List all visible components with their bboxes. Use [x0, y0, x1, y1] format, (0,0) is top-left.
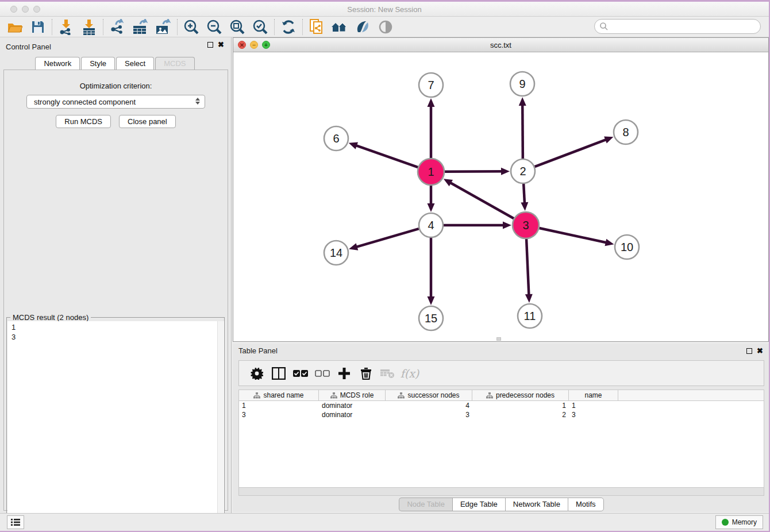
criterion-dropdown[interactable]: strongly connected component	[26, 95, 205, 109]
save-session-icon[interactable]	[26, 18, 49, 36]
zoom-in-icon[interactable]	[180, 18, 203, 36]
graph-node-3[interactable]: 3	[513, 212, 539, 238]
tab-select[interactable]: Select	[116, 57, 154, 70]
float-panel-icon[interactable]	[207, 42, 213, 48]
graph-edge-2-9[interactable]	[522, 102, 523, 159]
close-panel-button[interactable]: Close panel	[119, 115, 176, 128]
hierarchy-icon	[486, 392, 493, 399]
cell-predecessor-nodes[interactable]: 2	[472, 410, 569, 419]
graph-edge-1-6[interactable]	[353, 145, 418, 167]
graph-node-2[interactable]: 2	[511, 159, 535, 183]
apply-style-icon[interactable]	[351, 18, 374, 36]
show-hide-graphics-icon[interactable]	[374, 18, 397, 36]
column-header-predecessor-nodes[interactable]: predecessor nodes	[472, 390, 569, 400]
graph-node-8[interactable]: 8	[614, 120, 638, 144]
open-session-icon[interactable]	[3, 18, 26, 36]
cell-name[interactable]: 3	[569, 410, 618, 419]
float-table-panel-icon[interactable]	[746, 348, 752, 354]
cell-name[interactable]: 1	[569, 401, 618, 410]
export-table-icon[interactable]	[129, 18, 152, 36]
column-label: successor nodes	[407, 391, 459, 399]
zoom-fit-icon[interactable]	[226, 18, 249, 36]
toolbar-separator	[302, 19, 303, 35]
cell-mcds-role[interactable]: dominator	[319, 401, 386, 410]
view-resize-handle[interactable]	[496, 337, 501, 341]
cell-mcds-role[interactable]: dominator	[319, 410, 386, 419]
search-input[interactable]	[611, 22, 760, 30]
cell-shared-name[interactable]: 3	[239, 410, 319, 419]
graph-node-4[interactable]: 4	[419, 213, 443, 237]
home-layout-icon[interactable]	[328, 18, 351, 36]
tab-edge-table[interactable]: Edge Table	[452, 498, 505, 511]
result-scrollbar[interactable]	[217, 321, 224, 532]
add-column-icon[interactable]	[333, 363, 355, 384]
graph-edge-4-14[interactable]	[354, 229, 419, 248]
export-image-icon[interactable]	[152, 18, 175, 36]
close-table-panel-icon[interactable]: ✖	[757, 348, 763, 354]
graph-node-14[interactable]: 14	[324, 241, 348, 265]
table-horizontal-scrollbar[interactable]	[238, 487, 764, 496]
network-window-titlebar[interactable]: ✕ – + scc.txt	[233, 38, 768, 52]
control-panel-title: Control Panel	[6, 43, 51, 51]
optimization-criterion-label: Optimization criterion:	[4, 82, 228, 90]
graph-edge-3-11[interactable]	[526, 239, 529, 298]
select-all-checkboxes-icon[interactable]	[290, 363, 311, 384]
column-header-mcds-role[interactable]: MCDS role	[319, 390, 386, 400]
mcds-result-title: MCDS result (2 nodes)	[10, 313, 91, 322]
export-network-icon[interactable]	[106, 18, 129, 36]
svg-text:1: 1	[428, 165, 434, 178]
graph-edge-1-2[interactable]	[445, 171, 505, 172]
graph-edge-3-1[interactable]	[448, 182, 514, 219]
cell-shared-name[interactable]: 1	[239, 401, 319, 410]
table-row[interactable]: 1 dominator 4 1 1	[239, 401, 764, 410]
task-history-button[interactable]	[7, 515, 24, 529]
zoom-selected-icon[interactable]	[249, 18, 272, 36]
graph-node-6[interactable]: 6	[324, 126, 348, 151]
graph-node-1[interactable]: 1	[418, 159, 444, 185]
list-icon	[11, 518, 20, 526]
tab-network[interactable]: Network	[35, 57, 80, 70]
tab-network-table[interactable]: Network Table	[505, 498, 568, 511]
import-table-icon[interactable]	[78, 18, 101, 36]
search-box[interactable]	[594, 19, 761, 34]
delete-column-icon[interactable]	[355, 363, 377, 384]
graph-node-10[interactable]: 10	[615, 235, 639, 259]
graph-node-11[interactable]: 11	[518, 304, 542, 328]
edge-arrowhead-icon	[503, 222, 511, 229]
delete-table-icon[interactable]	[377, 363, 399, 384]
import-network-icon[interactable]	[55, 18, 78, 36]
run-mcds-button[interactable]: Run MCDS	[56, 115, 111, 128]
svg-text:9: 9	[519, 78, 525, 90]
edge-arrowhead-icon	[525, 294, 533, 303]
refresh-icon[interactable]	[277, 18, 300, 36]
zoom-out-icon[interactable]	[203, 18, 226, 36]
svg-text:4: 4	[428, 219, 434, 232]
graph-edge-3-10[interactable]	[539, 228, 609, 243]
column-header-successor-nodes[interactable]: successor nodes	[386, 390, 472, 400]
edge-arrowhead-icon	[428, 296, 435, 305]
deselect-all-checkboxes-icon[interactable]	[311, 363, 333, 384]
graph-node-15[interactable]: 15	[419, 306, 443, 330]
tab-node-table[interactable]: Node Table	[399, 498, 452, 511]
cell-successor-nodes[interactable]: 4	[386, 401, 472, 410]
table-settings-icon[interactable]	[246, 363, 268, 384]
memory-button[interactable]: Memory	[715, 515, 763, 529]
tab-mcds[interactable]: MCDS	[155, 57, 194, 70]
clone-network-icon[interactable]	[305, 18, 328, 36]
table-row[interactable]: 3 dominator 3 2 3	[239, 410, 764, 419]
svg-text:6: 6	[333, 132, 339, 145]
tab-style[interactable]: Style	[81, 57, 115, 70]
graph-node-9[interactable]: 9	[510, 72, 534, 96]
cell-predecessor-nodes[interactable]: 1	[472, 401, 569, 410]
split-panel-icon[interactable]	[268, 363, 290, 384]
main-toolbar	[0, 17, 769, 37]
cell-successor-nodes[interactable]: 3	[386, 410, 472, 419]
graph-node-7[interactable]: 7	[419, 73, 443, 97]
graph-edge-2-8[interactable]	[535, 138, 609, 167]
network-canvas[interactable]: 7968124314101511	[233, 52, 768, 341]
close-panel-icon[interactable]: ✖	[218, 42, 224, 48]
tab-motifs[interactable]: Motifs	[568, 498, 604, 511]
column-header-shared-name[interactable]: shared name	[239, 390, 319, 400]
mcds-result-text[interactable]: 1 3	[7, 321, 224, 532]
column-header-name[interactable]: name	[569, 390, 618, 400]
